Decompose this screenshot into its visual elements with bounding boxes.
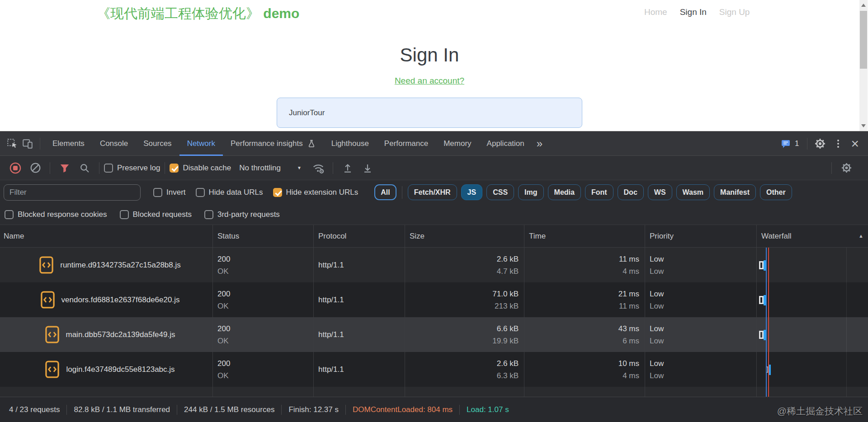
- export-har-icon[interactable]: [341, 161, 354, 175]
- nav-sign-up-link[interactable]: Sign Up: [719, 7, 750, 17]
- preserve-log-checkbox[interactable]: [104, 164, 113, 173]
- device-toolbar-icon[interactable]: [20, 136, 35, 151]
- filter-funnel-icon[interactable]: [58, 161, 71, 175]
- request-protocol: http/1.1: [318, 328, 405, 341]
- request-size: 2.6 kB: [405, 253, 519, 265]
- requests-table: Name Status Protocol Size Time Priority …: [0, 225, 868, 397]
- record-icon[interactable]: [9, 161, 22, 175]
- filter-type-js[interactable]: JS: [461, 184, 483, 200]
- search-icon[interactable]: [78, 161, 91, 175]
- request-name: runtime.d91342735a27c15a28b8.js: [60, 259, 181, 271]
- js-file-icon: [40, 291, 55, 309]
- more-tabs-icon[interactable]: »: [532, 137, 547, 150]
- settings-gear-icon[interactable]: [812, 136, 828, 152]
- load-time: Load: 1.07 s: [467, 405, 509, 414]
- column-header-time[interactable]: Time: [524, 225, 645, 247]
- tab-console[interactable]: Console: [92, 131, 136, 156]
- divider: [40, 138, 40, 150]
- column-header-priority[interactable]: Priority: [645, 225, 757, 247]
- tab-memory[interactable]: Memory: [436, 131, 479, 156]
- table-row[interactable]: vendors.fd6881e2637f68de6e20.js 200OK ht…: [0, 282, 868, 317]
- issues-button[interactable]: 1: [780, 138, 799, 149]
- filter-type-ws[interactable]: WS: [648, 184, 672, 200]
- divider: [345, 405, 346, 415]
- column-header-size[interactable]: Size: [405, 225, 524, 247]
- filter-type-other[interactable]: Other: [760, 184, 792, 200]
- nav-sign-in-link[interactable]: Sign In: [680, 7, 707, 17]
- network-conditions-icon[interactable]: [311, 161, 325, 175]
- request-size: 71.0 kB: [405, 288, 519, 300]
- need-account-link[interactable]: Need an account?: [277, 76, 582, 86]
- request-time: 21 ms: [524, 288, 639, 300]
- flask-icon: [307, 139, 316, 149]
- request-priority: Low: [650, 357, 756, 370]
- filter-input[interactable]: [4, 184, 141, 201]
- tab-network[interactable]: Network: [179, 131, 223, 156]
- request-size: 6.6 kB: [405, 323, 519, 335]
- tab-performance[interactable]: Performance: [377, 131, 436, 156]
- clear-icon[interactable]: [28, 161, 42, 175]
- filter-type-media[interactable]: Media: [548, 184, 581, 200]
- dom-content-loaded-time: DOMContentLoaded: 804 ms: [353, 405, 453, 414]
- nav-home-link[interactable]: Home: [644, 7, 667, 17]
- filter-type-fetch-xhr[interactable]: Fetch/XHR: [408, 184, 457, 200]
- chevron-down-icon: ▼: [297, 165, 302, 170]
- request-latency: 4 ms: [524, 370, 639, 382]
- js-file-icon: [39, 256, 54, 274]
- inspect-element-icon[interactable]: [5, 136, 20, 151]
- blocked-requests-label: Blocked requests: [133, 210, 192, 219]
- divider: [165, 162, 165, 174]
- filter-type-all[interactable]: All: [374, 184, 396, 200]
- request-name: vendors.fd6881e2637f68de6e20.js: [61, 294, 180, 306]
- column-header-status[interactable]: Status: [213, 225, 314, 247]
- blocked-requests-checkbox[interactable]: [120, 210, 129, 219]
- throttling-select[interactable]: No throttling ▼: [239, 164, 302, 173]
- tab-sources[interactable]: Sources: [136, 131, 179, 156]
- watermark: @稀土掘金技术社区: [777, 405, 863, 417]
- filter-type-wasm[interactable]: Wasm: [676, 184, 710, 200]
- disable-cache-checkbox[interactable]: [170, 164, 179, 173]
- column-header-protocol[interactable]: Protocol: [314, 225, 405, 247]
- tab-lighthouse[interactable]: Lighthouse: [324, 131, 377, 156]
- request-status-text: OK: [217, 265, 313, 277]
- tab-application[interactable]: Application: [479, 131, 532, 156]
- blocked-cookies-checkbox[interactable]: [5, 210, 14, 219]
- tab-performance-insights[interactable]: Performance insights: [223, 131, 324, 156]
- invert-checkbox[interactable]: [153, 188, 162, 197]
- js-file-icon: [45, 325, 60, 344]
- scrollbar-down-arrow-icon[interactable]: [861, 124, 866, 127]
- divider: [333, 162, 333, 174]
- request-protocol: http/1.1: [318, 259, 405, 271]
- request-size-uncompressed: 19.9 kB: [405, 335, 519, 347]
- filter-type-doc[interactable]: Doc: [618, 184, 644, 200]
- table-row[interactable]: login.f4e37489dc55e8123abc.js 200OK http…: [0, 352, 868, 387]
- import-har-icon[interactable]: [361, 161, 374, 175]
- filter-type-img[interactable]: Img: [518, 184, 543, 200]
- request-fetch-priority: Low: [650, 300, 756, 312]
- close-devtools-icon[interactable]: ×: [848, 137, 862, 150]
- filter-type-manifest[interactable]: Manifest: [714, 184, 756, 200]
- page-scrollbar[interactable]: [859, 0, 868, 131]
- hide-extension-urls-checkbox[interactable]: [273, 188, 282, 197]
- tab-elements[interactable]: Elements: [45, 131, 92, 156]
- column-header-name[interactable]: Name: [0, 225, 213, 247]
- disable-cache-toggle: Disable cache: [170, 164, 231, 173]
- filter-type-css[interactable]: CSS: [486, 184, 514, 200]
- username-field[interactable]: [277, 98, 582, 128]
- request-name: login.f4e37489dc55e8123abc.js: [66, 363, 175, 375]
- menu-kebab-icon[interactable]: [835, 140, 842, 148]
- third-party-checkbox[interactable]: [204, 210, 213, 219]
- hide-data-urls-label: Hide data URLs: [209, 188, 263, 197]
- column-header-waterfall[interactable]: Waterfall▲: [757, 225, 868, 247]
- hide-data-urls-checkbox[interactable]: [196, 188, 205, 197]
- scrollbar-thumb[interactable]: [860, 11, 867, 69]
- browser-page: 《现代前端工程体验优化》 demo Home Sign In Sign Up S…: [0, 0, 868, 131]
- preserve-log-label: Preserve log: [117, 164, 160, 173]
- table-row[interactable]: runtime.d91342735a27c15a28b8.js 200OK ht…: [0, 248, 868, 282]
- scrollbar-up-arrow-icon[interactable]: [861, 4, 866, 7]
- network-settings-gear-icon[interactable]: [840, 161, 853, 175]
- filter-type-font[interactable]: Font: [585, 184, 613, 200]
- request-size-uncompressed: 4.7 kB: [405, 265, 519, 277]
- table-row[interactable]: main.dbb573dc2a139da5fe49.js 200OK http/…: [0, 317, 868, 352]
- request-size-uncompressed: 213 kB: [405, 300, 519, 312]
